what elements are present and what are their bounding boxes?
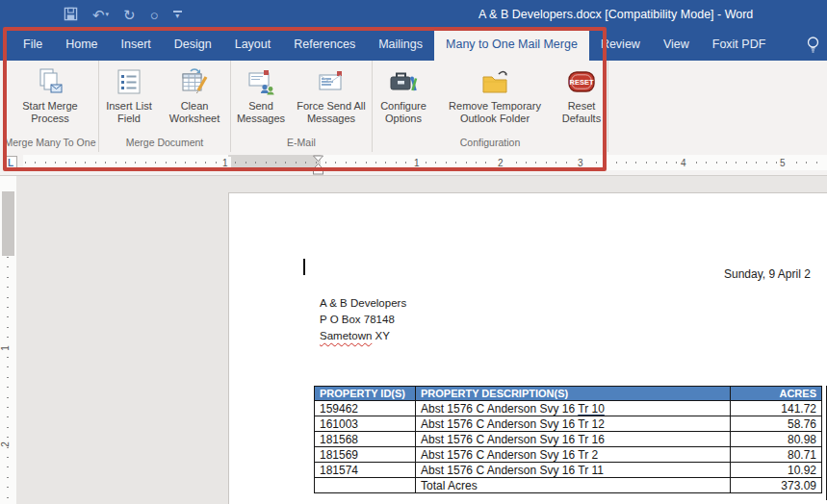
property-id-cell[interactable]: 181568	[315, 432, 416, 447]
property-desc-cell[interactable]: Abst 1576 C Anderson Svy 16 Tr 10	[416, 401, 731, 416]
ruler-mark: 5	[777, 157, 788, 169]
send-messages-button[interactable]: Send Messages	[231, 64, 291, 125]
document-page[interactable]: Sunday, 9 April 2 A & B Developers P O B…	[228, 192, 827, 504]
ribbon: Start Merge Process Merge Many To One In…	[0, 61, 827, 152]
tab-foxit-pdf[interactable]: Foxit PDF	[701, 29, 778, 61]
text-cursor	[303, 259, 305, 275]
header-property-id: PROPERTY ID(S)	[315, 387, 416, 401]
undo-dropdown-icon[interactable]: ▾	[106, 11, 110, 18]
ruler-mark: 2	[0, 441, 13, 447]
ruler-mark: 2	[495, 157, 506, 169]
undo-icon: ↶	[92, 8, 105, 22]
ruler-mark: 1	[411, 157, 423, 169]
tab-review[interactable]: Review	[589, 29, 652, 61]
tab-many-to-one-mail-merge[interactable]: Many to One Mail Merge	[434, 29, 589, 61]
tab-stop-selector[interactable]: L	[4, 156, 17, 169]
insert-list-field-button[interactable]: Insert List Field	[99, 64, 159, 125]
start-merge-process-icon	[35, 66, 65, 97]
acres-cell[interactable]: 141.72	[731, 401, 822, 416]
table-row: 181568 Abst 1576 C Anderson Svy 16 Tr 16…	[315, 432, 822, 447]
acres-cell[interactable]: 10.92	[731, 463, 822, 478]
document-area: 1 2 Sunday, 9 April 2 A & B Developers P…	[0, 175, 827, 504]
empty-cell[interactable]	[315, 478, 416, 493]
ribbon-button-label: Force Send All Messages	[291, 100, 372, 125]
header-acres: ACRES	[731, 387, 822, 401]
configure-options-button[interactable]: Configure Options	[373, 64, 434, 125]
ruler-bar: L 1 1 2 3 4 5	[0, 152, 827, 175]
force-send-all-messages-button[interactable]: Force Send All Messages	[291, 64, 372, 125]
ribbon-button-label: Reset Defaults	[556, 100, 607, 125]
configure-options-icon	[388, 66, 419, 97]
tab-view[interactable]: View	[652, 29, 701, 61]
ruler-mark: 1	[220, 157, 231, 169]
start-merge-process-button[interactable]: Start Merge Process	[2, 64, 98, 125]
property-id-cell[interactable]: 161003	[315, 416, 416, 432]
force-send-all-messages-icon	[316, 66, 347, 97]
vertical-ruler: 1 2	[0, 176, 16, 504]
tab-file[interactable]: File	[12, 29, 54, 61]
reset-defaults-button[interactable]: RESET Reset Defaults	[556, 64, 607, 125]
save-icon[interactable]	[64, 7, 78, 23]
reset-stamp-text: RESET	[569, 78, 593, 87]
customize-quick-access-icon[interactable]: ▾	[173, 11, 182, 19]
ribbon-button-label: Clean Worksheet	[159, 100, 230, 125]
group-email: Send Messages Force Send All Messages E-…	[231, 61, 373, 152]
ribbon-button-label: Send Messages	[231, 100, 291, 125]
ruler-mark: 1	[0, 345, 13, 351]
ribbon-button-label: Configure Options	[373, 100, 434, 125]
circle-icon[interactable]: ○	[150, 8, 159, 22]
ruler-mark: 4	[678, 157, 689, 169]
group-merge-many-to-one: Start Merge Process Merge Many To One	[2, 61, 99, 152]
property-id-cell[interactable]: 181569	[315, 447, 416, 463]
redo-icon[interactable]: ↻	[123, 8, 136, 22]
group-label-merge-document: Merge Document	[99, 136, 230, 152]
table-header-row: PROPERTY ID(S) PROPERTY DESCRIPTION(S) A…	[315, 387, 822, 401]
ruler-mark: 3	[575, 157, 586, 169]
ribbon-button-label: Remove Temporary Outlook Folder	[434, 100, 556, 125]
table-total-row: Total Acres 373.09	[315, 478, 822, 493]
group-label-email: E-Mail	[231, 136, 372, 152]
acres-cell[interactable]: 80.98	[731, 432, 822, 447]
property-id-cell[interactable]: 181574	[315, 463, 416, 478]
tell-me-lightbulb-icon[interactable]	[806, 36, 820, 57]
title-bar: ↶ ▾ ↻ ○ ▾ A & B Developers.docx [Compati…	[0, 0, 827, 29]
word-window: ↶ ▾ ↻ ○ ▾ A & B Developers.docx [Compati…	[0, 0, 827, 504]
property-desc-cell[interactable]: Abst 1576 C Anderson Svy 16 Tr 16	[416, 432, 731, 447]
address-line[interactable]: P O Box 78148	[320, 312, 406, 328]
property-desc-cell[interactable]: Abst 1576 C Anderson Svy 16 Tr 12	[416, 416, 731, 432]
tab-design[interactable]: Design	[163, 29, 223, 61]
ribbon-tab-bar: File Home Insert Design Layout Reference…	[0, 29, 827, 61]
remove-temporary-outlook-folder-button[interactable]: Remove Temporary Outlook Folder	[434, 64, 556, 125]
acres-cell[interactable]: 80.71	[731, 447, 822, 463]
table-row: 181569 Abst 1576 C Anderson Svy 16 Tr 2 …	[315, 447, 822, 463]
tab-insert[interactable]: Insert	[110, 29, 163, 61]
send-messages-icon	[246, 66, 276, 97]
total-label-cell[interactable]: Total Acres	[416, 478, 731, 493]
header-property-description: PROPERTY DESCRIPTION(S)	[416, 387, 731, 401]
property-desc-cell[interactable]: Abst 1576 C Anderson Svy 16 Tr 2	[416, 447, 731, 463]
acres-cell[interactable]: 58.76	[731, 416, 822, 432]
table-row: 181574 Abst 1576 C Anderson Svy 16 Tr 11…	[315, 463, 822, 478]
property-desc-cell[interactable]: Abst 1576 C Anderson Svy 16 Tr 11	[416, 463, 731, 478]
ribbon-button-label: Start Merge Process	[2, 100, 98, 125]
table-row: 159462 Abst 1576 C Anderson Svy 16 Tr 10…	[315, 401, 822, 416]
tab-mailings[interactable]: Mailings	[367, 29, 434, 61]
address-block[interactable]: A & B Developers P O Box 78148 Sametown …	[320, 295, 406, 344]
vertical-ruler-ticks	[7, 257, 9, 504]
property-table: PROPERTY ID(S) PROPERTY DESCRIPTION(S) A…	[314, 386, 822, 493]
customize-caret: ▾	[175, 13, 179, 19]
address-line[interactable]: A & B Developers	[320, 295, 406, 312]
undo-button[interactable]: ↶ ▾	[92, 8, 109, 22]
document-date[interactable]: Sunday, 9 April 2	[724, 267, 811, 281]
quick-access-toolbar: ↶ ▾ ↻ ○ ▾	[64, 0, 182, 29]
tab-layout[interactable]: Layout	[223, 29, 283, 61]
total-acres-cell[interactable]: 373.09	[731, 478, 822, 493]
clean-worksheet-button[interactable]: Clean Worksheet	[159, 64, 230, 125]
window-title: A & B Developers.docx [Compatibility Mod…	[478, 8, 753, 21]
tab-references[interactable]: References	[282, 29, 367, 61]
property-id-cell[interactable]: 159462	[315, 401, 416, 416]
tab-home[interactable]: Home	[54, 29, 109, 61]
remove-temporary-outlook-folder-icon	[479, 66, 510, 97]
group-label-merge-many-to-one: Merge Many To One	[2, 136, 98, 152]
address-line[interactable]: Sametown XY	[320, 328, 406, 344]
